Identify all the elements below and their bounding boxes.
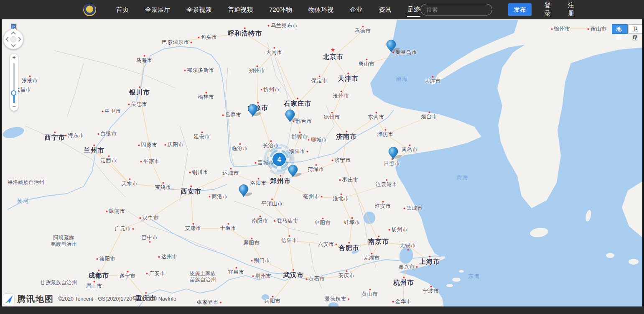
nav-item: 物体环视: [308, 3, 334, 16]
publish-button[interactable]: 发布: [508, 3, 532, 16]
pan-control[interactable]: [3, 29, 23, 49]
map-type-toggle: 地图 卫星: [612, 24, 642, 34]
nav-item: 全景视频: [186, 3, 212, 16]
pan-down-icon[interactable]: [11, 42, 15, 47]
nav-link-1[interactable]: 全景展厅: [145, 3, 171, 16]
nav-item: 资讯: [378, 3, 392, 16]
zoom-in-button[interactable]: +: [10, 54, 18, 61]
zoom-slider-handle[interactable]: [11, 90, 16, 96]
nav-item: 首页: [116, 3, 129, 16]
nav-link-0[interactable]: 首页: [116, 3, 129, 16]
cluster-count: 4: [277, 156, 281, 163]
tencent-maps-logo-icon: [3, 294, 14, 305]
nav-item: 足迹: [407, 3, 420, 17]
nav-link-6[interactable]: 企业: [349, 3, 363, 16]
nav-item: 720环物: [269, 3, 293, 16]
nav-link-3[interactable]: 普通视频: [227, 3, 253, 16]
pan-right-icon[interactable]: [16, 37, 21, 41]
attribution-copyright: ©2020 Tencent - GS(2020)1720号 - Data© Na…: [58, 296, 176, 303]
basemap: [2, 19, 642, 306]
nav-link-8[interactable]: 足迹: [407, 3, 420, 17]
nav-link-5[interactable]: 物体环视: [308, 3, 334, 16]
login-link[interactable]: 登录: [545, 2, 554, 18]
nav-link-4[interactable]: 720环物: [269, 3, 293, 16]
zoom-control: + −: [10, 54, 18, 111]
layer-map-button[interactable]: 地图: [612, 24, 628, 34]
nav-item: 全景展厅: [145, 3, 171, 16]
map-attribution: 腾讯地图 ©2020 Tencent - GS(2020)1720号 - Dat…: [3, 294, 176, 305]
pan-left-icon[interactable]: [5, 37, 10, 41]
zoom-out-button[interactable]: −: [10, 103, 18, 110]
register-link[interactable]: 注册: [568, 2, 578, 18]
map-viewport: 呼和浩特市北京市★天津市石家庄市太原市银川市济南市西宁市兰州市郑州市西安市南京市…: [2, 19, 642, 306]
nav-link-7[interactable]: 资讯: [378, 3, 392, 16]
attribution-brand: 腾讯地图: [17, 294, 54, 305]
site-logo[interactable]: [83, 3, 97, 17]
top-nav: 首页全景展厅全景视频普通视频720环物物体环视企业资讯足迹 发布 登录 注册: [0, 0, 644, 19]
nav-link-2[interactable]: 全景视频: [186, 3, 212, 16]
nav-item: 企业: [349, 3, 363, 16]
bottom-bar: [0, 306, 644, 314]
nav-right: 发布 登录 注册: [420, 2, 578, 18]
pan-center-knob[interactable]: [10, 36, 17, 43]
main-menu: 首页全景展厅全景视频普通视频720环物物体环视企业资讯足迹: [116, 3, 420, 17]
nav-item: 普通视频: [227, 3, 253, 16]
north-compass-badge: 北: [10, 24, 16, 30]
map-canvas[interactable]: 呼和浩特市北京市★天津市石家庄市太原市银川市济南市西宁市兰州市郑州市西安市南京市…: [2, 19, 642, 306]
layer-satellite-button[interactable]: 卫星: [629, 24, 643, 34]
pan-up-icon[interactable]: [11, 31, 15, 36]
search-input[interactable]: [420, 4, 492, 15]
